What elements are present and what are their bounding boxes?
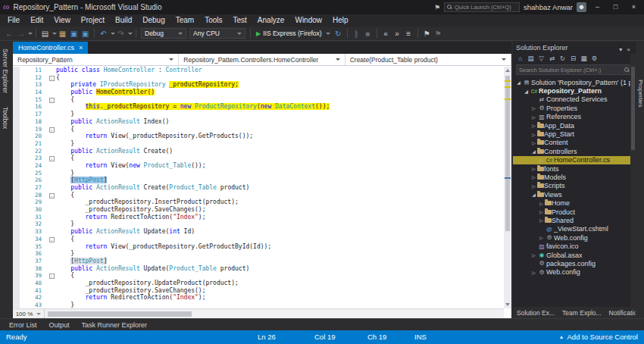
stop-icon[interactable]: ■	[362, 30, 374, 38]
show-all-files-icon[interactable]: ▦	[579, 55, 589, 62]
breakpoint-margin[interactable]	[13, 302, 20, 308]
tree-item-app-start[interactable]: ▷App_Start	[513, 130, 630, 138]
code-line[interactable]: 42 return RedirectToAction("Index");	[13, 294, 504, 302]
code-line[interactable]: 28- {	[13, 192, 504, 199]
debug-configuration-select[interactable]: Debug	[141, 28, 186, 39]
breakpoint-margin[interactable]	[13, 206, 20, 214]
dock-tab-properties[interactable]: Properties	[636, 76, 644, 111]
tree-item-app-data[interactable]: ▷App_Data	[513, 121, 630, 130]
menu-item-analyze[interactable]: Analyze	[252, 14, 290, 27]
bottom-tab-error-list[interactable]: Error List	[3, 321, 43, 329]
tree-item-web-config[interactable]: ▷⚙Web.config	[513, 233, 630, 242]
indent-decrease-icon[interactable]: «	[380, 30, 392, 38]
code-line[interactable]: 41 _productRepository.SaveChanges();	[13, 287, 504, 295]
chevron-expanded-icon[interactable]: ◢	[530, 192, 537, 197]
breakpoint-margin[interactable]	[13, 148, 20, 155]
code-editor[interactable]: 11public class HomeController : Controll…	[13, 67, 504, 308]
code-line[interactable]: 24 return View(new Product_Table());	[13, 162, 504, 170]
run-button[interactable]: ▶IIS Express (Firefox)	[256, 30, 330, 37]
breakpoint-margin[interactable]	[13, 236, 20, 243]
chevron-collapsed-icon[interactable]: ▷	[530, 252, 537, 258]
comment-icon[interactable]: ≡	[403, 30, 414, 38]
tree-item-web-config[interactable]: ▷⚙Web.config	[513, 268, 630, 277]
scroll-down-icon[interactable]	[505, 303, 510, 306]
chevron-collapsed-icon[interactable]: ▷	[530, 114, 537, 120]
undo-icon[interactable]: ↶	[98, 30, 109, 38]
fold-collapse-icon[interactable]: -	[47, 192, 56, 199]
code-line[interactable]: 38 public ActionResult Update(Product_Ta…	[13, 265, 504, 273]
tree-item-controllers[interactable]: ◢Controllers	[513, 147, 630, 155]
maximize-button[interactable]: □	[608, 0, 623, 14]
redo-icon[interactable]: ↷	[115, 30, 127, 38]
zoom-control[interactable]: 100 %	[13, 309, 45, 318]
chevron-collapsed-icon[interactable]: ▷	[538, 201, 545, 206]
nav-forward-icon[interactable]: →	[15, 30, 27, 38]
fold-collapse-icon[interactable]: -	[47, 155, 56, 162]
tree-item-repository-pattern[interactable]: ◢C#Repository_Pattern	[513, 86, 630, 95]
code-line[interactable]: 23- {	[13, 155, 504, 162]
menu-item-tools[interactable]: Tools	[199, 14, 227, 27]
code-line[interactable]: 17 }	[13, 111, 504, 118]
scrollbar-thumb[interactable]	[48, 311, 192, 317]
breakpoint-margin[interactable]	[13, 214, 20, 221]
tree-item-solution-repository-pattern-1-project[interactable]: ◢▤Solution 'Repository_Pattern' (1 proje…	[513, 78, 630, 86]
code-line[interactable]: 40 _productRepository.UpdateProduct(prod…	[13, 280, 504, 287]
window-position-icon[interactable]: ▾	[617, 46, 624, 53]
close-tab-icon[interactable]: ×	[79, 44, 83, 52]
code-line[interactable]: 37 [HttpPost]	[13, 258, 504, 265]
menu-item-team[interactable]: Team	[170, 14, 199, 27]
breakpoint-margin[interactable]	[13, 170, 20, 177]
bottom-tab-output[interactable]: Output	[43, 321, 76, 329]
breakpoint-margin[interactable]	[13, 111, 20, 118]
refresh-icon[interactable]: ↻	[333, 30, 344, 38]
scrollbar-thumb[interactable]	[631, 67, 635, 150]
menu-item-debug[interactable]: Debug	[137, 14, 170, 27]
fold-collapse-icon[interactable]: -	[47, 272, 56, 280]
tree-item-product[interactable]: ▷Product	[513, 208, 630, 216]
breakpoint-margin[interactable]	[13, 67, 20, 74]
dock-tab-server-explorer[interactable]: Server Explorer	[0, 45, 11, 97]
breakpoint-margin[interactable]	[13, 272, 20, 280]
tree-item-connected-services[interactable]: ⇄Connected Services	[513, 95, 630, 104]
breakpoint-margin[interactable]	[13, 140, 20, 148]
scroll-up-icon[interactable]	[505, 69, 510, 72]
pause-icon[interactable]: ∥	[351, 30, 362, 38]
solution-explorer-search-input[interactable]: Search Solution Explorer (Ctrl+;)	[516, 64, 633, 75]
breakpoint-margin[interactable]	[13, 294, 20, 302]
new-file-icon[interactable]: ▤	[39, 30, 51, 38]
chevron-collapsed-icon[interactable]: ▷	[530, 183, 537, 189]
fold-collapse-icon[interactable]: -	[47, 96, 56, 104]
breakpoint-margin[interactable]	[13, 265, 20, 273]
tree-item-references[interactable]: ▷▥References	[513, 113, 630, 121]
signed-in-user-name[interactable]: shahbaz Anwar	[524, 3, 573, 11]
tree-item-global-asax[interactable]: ▷◉Global.asax	[513, 251, 630, 259]
code-line[interactable]: 19- {	[13, 126, 504, 133]
user-avatar[interactable]: ☻	[577, 2, 586, 12]
breakpoint-margin[interactable]	[13, 103, 20, 111]
breakpoint-margin[interactable]	[13, 133, 20, 140]
breakpoint-margin[interactable]	[13, 177, 20, 184]
properties-icon[interactable]: ⚙	[589, 55, 599, 62]
bottom-tab-task-runner-explorer[interactable]: Task Runner Explorer	[76, 321, 154, 329]
menu-item-test[interactable]: Test	[228, 14, 252, 27]
code-line[interactable]: 27 public ActionResult Create(Product_Ta…	[13, 184, 504, 192]
fold-collapse-icon[interactable]: -	[47, 74, 56, 82]
code-line[interactable]: 29 _productRepository.InsertProduct(prod…	[13, 199, 504, 206]
chevron-collapsed-icon[interactable]: ▷	[530, 174, 537, 180]
tree-item-models[interactable]: ▷Models	[513, 173, 630, 181]
breakpoint-margin[interactable]	[13, 74, 20, 82]
breakpoint-margin[interactable]	[13, 280, 20, 287]
tree-item-fonts[interactable]: ▷fonts	[513, 164, 630, 173]
code-line[interactable]: 12-{	[13, 74, 504, 82]
code-line[interactable]: 35 return View(_productRepository.GetPro…	[13, 243, 504, 251]
editor-vertical-scrollbar[interactable]	[504, 67, 511, 308]
breakpoint-margin[interactable]	[13, 287, 20, 295]
sync-active-document-icon[interactable]: ⇄	[547, 55, 557, 62]
fold-collapse-icon[interactable]: -	[47, 126, 56, 133]
breakpoint-margin[interactable]	[13, 199, 20, 206]
tree-item-viewstart-cshtml[interactable]: @_ViewStart.cshtml	[513, 225, 630, 233]
menu-item-window[interactable]: Window	[289, 14, 327, 27]
chevron-collapsed-icon[interactable]: ▷	[538, 158, 545, 163]
tree-item-scripts[interactable]: ▷Scripts	[513, 182, 630, 190]
tree-item-properties[interactable]: ▷⚙Properties	[513, 104, 630, 112]
